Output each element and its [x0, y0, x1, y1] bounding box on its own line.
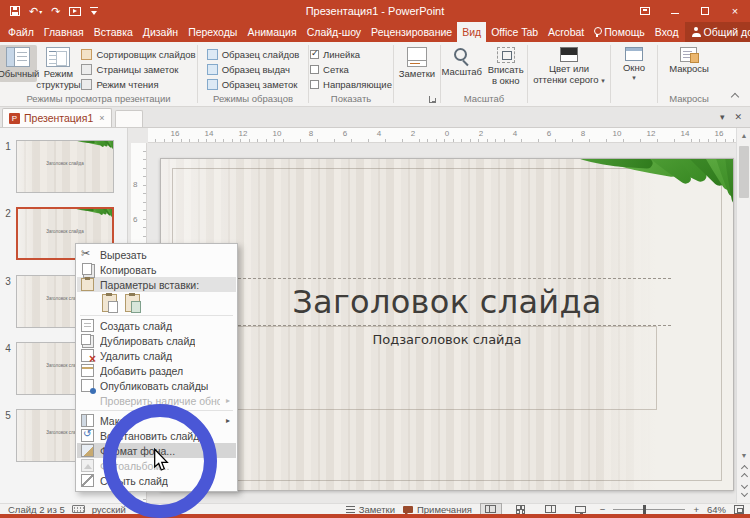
zoom-button[interactable]: Масштаб	[441, 45, 482, 80]
minimize-icon[interactable]	[660, 0, 690, 22]
keyboard-language-icon[interactable]	[72, 505, 85, 513]
button-label: Образец выдач	[222, 64, 290, 75]
comments-toggle-button[interactable]: Примечания	[403, 504, 472, 515]
tab-label: Анимация	[247, 26, 296, 38]
close-tab-icon[interactable]: ×	[99, 113, 104, 123]
tab-share[interactable]: Общий доступ	[685, 22, 750, 42]
vertical-scrollbar[interactable]: ▲ ▼	[736, 128, 750, 503]
tab-list-icon[interactable]: ▾	[720, 112, 725, 122]
checkbox-icon	[310, 80, 319, 89]
tab-acrobat[interactable]: Acrobat	[543, 22, 589, 42]
slide-canvas[interactable]: Заголовок слайда Подзаголовок слайда	[160, 158, 734, 491]
menu-item-duplicate-slide[interactable]: Дублировать слайд	[77, 333, 236, 348]
zoom-level[interactable]: 64%	[707, 504, 726, 515]
scroll-up-icon[interactable]: ▲	[737, 128, 750, 142]
menu-item-publish-slides[interactable]: Опубликовать слайды	[77, 378, 236, 393]
document-tab[interactable]: P Презентация1 ×	[2, 108, 112, 127]
tab-animations[interactable]: Анимация	[242, 22, 301, 42]
submenu-arrow-icon: ▸	[226, 416, 230, 425]
close-icon[interactable]: ×	[720, 0, 750, 22]
close-document-icon[interactable]: ✕	[734, 112, 742, 122]
fit-slide-to-window-icon[interactable]	[734, 505, 744, 514]
menu-item-copy[interactable]: Копировать	[77, 262, 236, 277]
no-icon	[81, 394, 94, 407]
handout-master-button[interactable]: Образец выдач	[205, 62, 302, 76]
new-tab-stub[interactable]	[115, 110, 143, 127]
ribbon-group-window: Окно ▾	[611, 42, 657, 106]
horizontal-ruler[interactable]: 1614121086420246810121416	[148, 128, 736, 143]
tab-review[interactable]: Рецензирование	[366, 22, 457, 42]
slide-thumbnail-1[interactable]: 1Заголовок слайда	[0, 140, 128, 193]
menu-item-delete-slide[interactable]: Удалить слайд	[77, 348, 236, 363]
magnifier-icon	[453, 47, 471, 65]
paste-as-picture-icon[interactable]	[125, 294, 140, 312]
tab-transitions[interactable]: Переходы	[183, 22, 242, 42]
language-indicator[interactable]: русский	[92, 504, 126, 515]
customize-qat-icon[interactable]	[90, 4, 98, 18]
quick-access-toolbar: ↶▾ ↷	[0, 4, 98, 18]
menu-item-label: Параметры вставки:	[100, 279, 199, 291]
color-grayscale-button[interactable]: Цвет или оттенки серого ▾	[528, 45, 610, 87]
tab-slideshow[interactable]: Слайд-шоу	[302, 22, 366, 42]
document-tab-label: Презентация1	[24, 112, 93, 124]
notes-icon	[346, 506, 355, 513]
save-icon[interactable]	[10, 4, 20, 18]
gridlines-checkbox[interactable]: Сетка	[310, 62, 349, 76]
zoom-in-button[interactable]: +	[693, 504, 699, 515]
scroll-down-icon[interactable]: ▼	[737, 448, 750, 462]
dialog-launcher-icon[interactable]	[429, 96, 436, 103]
undo-icon[interactable]: ↶▾	[29, 4, 42, 18]
document-tab-bar: P Презентация1 × ▾ ✕	[0, 107, 750, 128]
menu-item-paste-options-header[interactable]: Параметры вставки:	[77, 277, 236, 292]
next-slide-icon[interactable]	[737, 484, 750, 498]
leaf	[74, 140, 95, 143]
duplicate-slide-icon	[81, 334, 94, 347]
maximize-icon[interactable]	[690, 0, 720, 22]
notes-toggle-button[interactable]: Заметки	[346, 504, 395, 515]
slide-title[interactable]: Заголовок слайда	[161, 283, 733, 321]
menu-item-new-slide[interactable]: Создать слайд	[77, 318, 236, 333]
notes-button[interactable]: Заметки	[396, 45, 438, 82]
slide-master-button[interactable]: Образец слайдов	[205, 47, 302, 61]
previous-slide-icon[interactable]	[737, 464, 750, 478]
zoom-slider[interactable]	[613, 505, 685, 514]
outline-view-button[interactable]: Режим структуры	[39, 45, 77, 92]
menu-item-label: Копировать	[100, 264, 157, 276]
guides-checkbox[interactable]: Направляющие	[310, 77, 392, 91]
notes-master-button[interactable]: Образец заметок	[205, 77, 302, 91]
scrollbar-thumb[interactable]	[739, 146, 749, 198]
paste-keep-source-formatting-icon[interactable]	[102, 294, 117, 312]
menu-item-add-section[interactable]: Добавить раздел	[77, 363, 236, 378]
window-button[interactable]: Окно ▾	[615, 45, 653, 83]
zoom-slider-thumb[interactable]	[643, 505, 646, 514]
reading-view-button[interactable]: Режим чтения	[79, 77, 197, 91]
menu-item-cut[interactable]: Вырезать	[77, 247, 236, 262]
ribbon-display-options-icon[interactable]	[630, 0, 660, 22]
fit-to-window-button[interactable]: Вписать в окно	[484, 45, 527, 88]
tab-signin[interactable]: Вход	[650, 22, 684, 42]
slide-subtitle[interactable]: Подзаголовок слайда	[161, 332, 733, 347]
tab-file[interactable]: Файл	[3, 22, 39, 42]
tab-label: Рецензирование	[371, 26, 452, 38]
slide-sorter-icon	[516, 505, 525, 514]
notes-page-button[interactable]: Страницы заметок	[79, 62, 197, 76]
tab-view[interactable]: Вид	[457, 22, 486, 42]
zoom-out-button[interactable]: −	[600, 504, 606, 515]
normal-view-button[interactable]: Обычный	[0, 45, 37, 82]
tab-office-tab[interactable]: Office Tab	[486, 22, 543, 42]
ruler-checkbox[interactable]: Линейка	[310, 47, 360, 61]
notes-master-button-icon	[207, 79, 218, 90]
slide-sorter-button[interactable]: Сортировщик слайдов	[79, 47, 197, 61]
thumbnail-number: 3	[0, 275, 16, 328]
tab-help[interactable]: Помощь	[589, 22, 650, 42]
macros-button[interactable]: Макросы	[666, 45, 712, 77]
collapse-ribbon-icon[interactable]	[731, 93, 739, 101]
tab-design[interactable]: Дизайн	[138, 22, 183, 42]
thumbnail-image[interactable]: Заголовок слайда	[16, 140, 114, 193]
start-presentation-icon[interactable]	[69, 4, 81, 18]
tab-insert[interactable]: Вставка	[89, 22, 138, 42]
fit-to-window-icon	[497, 47, 515, 63]
normal-view-icon	[6, 47, 30, 67]
redo-icon[interactable]: ↷	[51, 4, 60, 18]
tab-home[interactable]: Главная	[39, 22, 89, 42]
